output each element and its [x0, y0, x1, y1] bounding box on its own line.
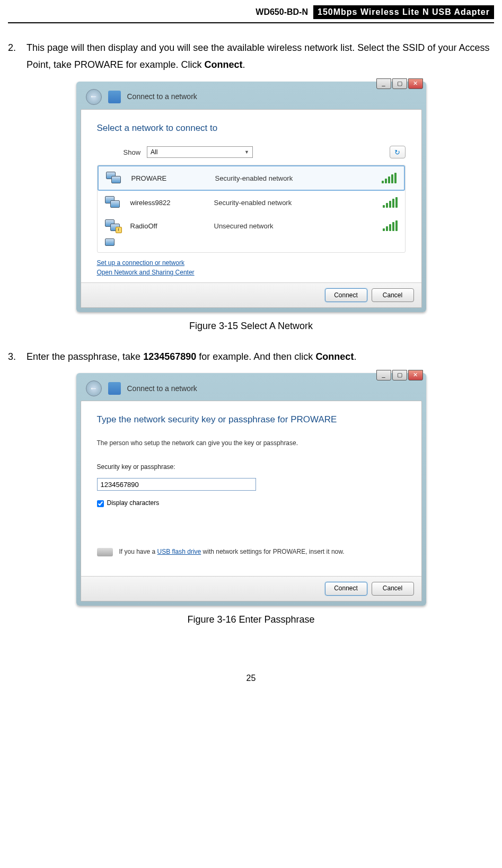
- open-network-center-link[interactable]: Open Network and Sharing Center: [97, 268, 406, 277]
- panel-heading: Select a network to connect to: [97, 120, 406, 137]
- network-name: RadioOff: [130, 220, 205, 232]
- network-security: Security-enabled network: [214, 197, 373, 209]
- display-characters-label: Display characters: [107, 498, 160, 509]
- network-row-wireless9822[interactable]: wireless9822 Security-enabled network: [98, 191, 405, 214]
- bold-connect: Connect: [204, 59, 242, 70]
- text: If you have a: [119, 548, 157, 555]
- network-device-icon: [105, 196, 121, 209]
- dialog-enter-passphrase: _ ▢ ✕ ← Connect to a network Type the ne…: [76, 373, 426, 606]
- network-security: Security-enabled network: [215, 172, 372, 184]
- usb-hint-row: If you have a USB flash drive with netwo…: [97, 546, 406, 558]
- network-security: Unsecured network: [214, 220, 373, 232]
- step-text: Enter the passphrase, take 1234567890 fo…: [27, 348, 494, 365]
- dropdown-value: All: [151, 147, 157, 158]
- step-2: 2. This page will then display and you w…: [8, 39, 494, 74]
- text: .: [242, 59, 245, 70]
- minimize-button[interactable]: _: [376, 370, 391, 380]
- network-row-radiooff[interactable]: ! RadioOff Unsecured network: [98, 214, 405, 237]
- inner-panel: Select a network to connect to Show All …: [81, 109, 422, 308]
- figure-3-15: _ ▢ ✕ ← Connect to a network Select a ne…: [8, 82, 494, 335]
- signal-icon: [383, 220, 398, 231]
- network-name: PROWARE: [131, 172, 206, 184]
- text: for example. And then click: [196, 351, 315, 362]
- signal-icon: [382, 173, 397, 183]
- bold-passphrase: 1234567890: [143, 351, 196, 362]
- close-button[interactable]: ✕: [408, 370, 423, 380]
- links-row: Set up a connection or network Open Netw…: [97, 253, 406, 277]
- text: .: [354, 351, 356, 362]
- text: with network settings for PROWARE, inser…: [201, 548, 344, 555]
- window-controls: _ ▢ ✕: [376, 78, 423, 89]
- step-text: This page will then display and you will…: [27, 39, 494, 74]
- warning-icon: !: [116, 227, 122, 233]
- network-row-partial[interactable]: [98, 237, 405, 252]
- passphrase-label: Security key or passphrase:: [97, 462, 406, 473]
- inner-panel: Type the network security key or passphr…: [81, 401, 422, 601]
- header-model: WD650-BD-N: [256, 7, 308, 17]
- text: Enter the passphrase, take: [27, 351, 143, 362]
- button-bar: Connect Cancel: [81, 576, 421, 601]
- dialog-select-network: _ ▢ ✕ ← Connect to a network Select a ne…: [76, 82, 426, 313]
- connect-button[interactable]: Connect: [325, 288, 367, 302]
- connect-button[interactable]: Connect: [325, 582, 367, 596]
- network-list: PROWARE Security-enabled network wireles…: [97, 165, 406, 253]
- network-device-icon: [106, 172, 122, 184]
- text: This page will then display and you will…: [27, 42, 489, 70]
- passphrase-input[interactable]: [97, 478, 256, 491]
- subtext: The person who setup the network can giv…: [97, 438, 406, 449]
- show-filter-row: Show All ▼ ↻: [124, 146, 406, 158]
- nav-row: ← Connect to a network: [81, 86, 422, 108]
- cancel-button[interactable]: Cancel: [372, 288, 414, 302]
- nav-title: Connect to a network: [127, 382, 197, 395]
- page-content: 2. This page will then display and you w…: [8, 23, 494, 658]
- figure-caption: Figure 3-15 Select A Network: [8, 317, 494, 334]
- network-name: wireless9822: [130, 197, 205, 209]
- step-number: 3.: [8, 348, 27, 365]
- usb-drive-icon: [97, 548, 113, 556]
- window-controls: _ ▢ ✕: [376, 370, 423, 380]
- network-device-icon: !: [105, 219, 121, 232]
- network-device-icon: [105, 238, 121, 251]
- header-title: 150Mbps Wireless Lite N USB Adapter: [313, 5, 494, 19]
- display-characters-row: Display characters: [97, 498, 406, 509]
- step-number: 2.: [8, 39, 27, 74]
- show-dropdown[interactable]: All ▼: [147, 146, 253, 158]
- refresh-button[interactable]: ↻: [390, 146, 406, 158]
- network-icon: [108, 91, 121, 103]
- bold-connect: Connect: [315, 351, 354, 362]
- nav-title: Connect to a network: [127, 90, 197, 103]
- minimize-button[interactable]: _: [376, 78, 391, 89]
- button-bar: Connect Cancel: [81, 282, 421, 307]
- signal-icon: [383, 197, 398, 208]
- figure-3-16: _ ▢ ✕ ← Connect to a network Type the ne…: [8, 373, 494, 628]
- show-label: Show: [124, 146, 141, 158]
- network-icon: [108, 382, 121, 395]
- chevron-down-icon: ▼: [244, 148, 249, 156]
- network-row-proware[interactable]: PROWARE Security-enabled network: [98, 165, 405, 191]
- cancel-button[interactable]: Cancel: [372, 582, 414, 596]
- page-number: 25: [8, 658, 494, 688]
- step-3: 3. Enter the passphrase, take 1234567890…: [8, 348, 494, 365]
- page-header: WD650-BD-N 150Mbps Wireless Lite N USB A…: [8, 0, 494, 23]
- figure-caption: Figure 3-16 Enter Passphrase: [8, 611, 494, 628]
- display-characters-checkbox[interactable]: [97, 500, 104, 507]
- setup-connection-link[interactable]: Set up a connection or network: [97, 258, 406, 268]
- maximize-button[interactable]: ▢: [392, 78, 407, 89]
- nav-row: ← Connect to a network: [81, 377, 422, 400]
- maximize-button[interactable]: ▢: [392, 370, 407, 380]
- panel-heading: Type the network security key or passphr…: [97, 412, 406, 428]
- close-button[interactable]: ✕: [408, 78, 423, 89]
- back-button[interactable]: ←: [86, 380, 102, 396]
- back-button[interactable]: ←: [86, 89, 102, 105]
- usb-flash-drive-link[interactable]: USB flash drive: [157, 548, 201, 555]
